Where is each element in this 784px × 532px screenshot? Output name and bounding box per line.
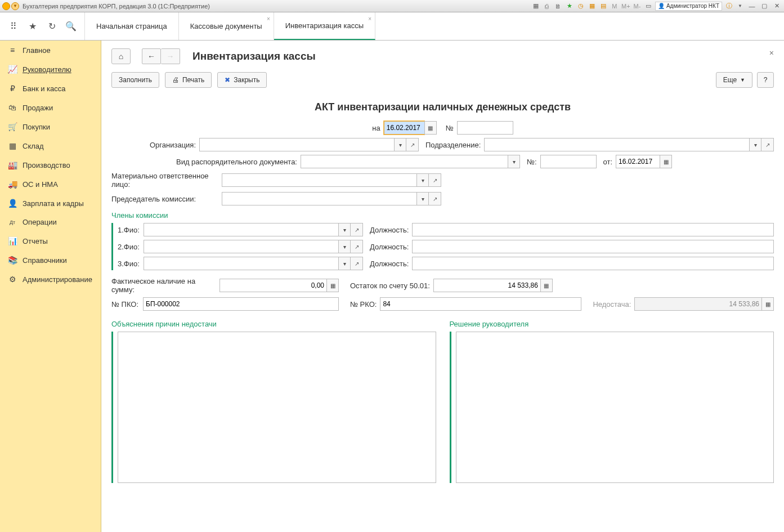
toolbar-icon[interactable]: ▦: [531, 2, 540, 11]
sidebar-item-production[interactable]: 🏭Производство: [0, 155, 101, 175]
info-icon[interactable]: ⓘ: [724, 2, 733, 11]
sidebar-item-refs[interactable]: 📚Справочники: [0, 251, 101, 270]
sidebar-item-assets[interactable]: 🚚ОС и НМА: [0, 175, 101, 194]
star-icon[interactable]: ★: [565, 2, 574, 11]
mem-mplus[interactable]: M+: [621, 2, 630, 11]
home-button[interactable]: ⌂: [111, 48, 131, 64]
sidebar-item-manager[interactable]: 📈Руководителю: [0, 60, 101, 79]
tab-home[interactable]: Начальная страница: [85, 12, 179, 40]
sidebar-item-label: Администрирование: [23, 275, 92, 284]
close-button[interactable]: ✖Закрыть: [217, 72, 267, 88]
tab-cash-docs[interactable]: Кассовые документы ×: [179, 12, 274, 40]
calculator-icon[interactable]: ▦: [540, 279, 553, 292]
open-icon[interactable]: ↗: [351, 240, 363, 253]
help-button[interactable]: ?: [757, 72, 774, 88]
search-icon[interactable]: 🔍: [65, 21, 77, 32]
chevron-down-icon[interactable]: ▾: [508, 155, 520, 168]
explanation-textarea[interactable]: [118, 332, 436, 483]
actual-sum-input[interactable]: [219, 279, 326, 292]
sidebar-item-reports[interactable]: 📊Отчеты: [0, 231, 101, 251]
calendar-picker-icon[interactable]: ▦: [424, 121, 437, 135]
fio1-input[interactable]: [144, 223, 338, 236]
app-menu-dropdown-icon[interactable]: ▼: [11, 2, 19, 10]
window-close[interactable]: ✕: [772, 2, 782, 11]
mem-mminus[interactable]: M-: [633, 2, 642, 11]
calc-icon[interactable]: ▦: [588, 2, 597, 11]
grid-icon: ▦: [8, 141, 17, 150]
button-label: Печать: [182, 76, 204, 84]
chevron-down-icon[interactable]: ▾: [338, 257, 351, 270]
sidebar-item-purchases[interactable]: 🛒Покупки: [0, 117, 101, 136]
label-on-date: на: [372, 124, 380, 132]
sidebar-item-warehouse[interactable]: ▦Склад: [0, 136, 101, 155]
fill-button[interactable]: Заполнить: [111, 72, 159, 88]
chevron-down-icon[interactable]: ▾: [749, 138, 761, 151]
chairman-input[interactable]: [222, 192, 416, 205]
doc-icon[interactable]: 🗎: [554, 2, 563, 11]
open-icon[interactable]: ↗: [351, 223, 363, 236]
dept-input[interactable]: [484, 138, 749, 151]
chevron-down-icon[interactable]: ▾: [416, 173, 429, 187]
fio2-input[interactable]: [144, 240, 338, 253]
clock-icon[interactable]: ◷: [576, 2, 585, 11]
chevron-down-icon[interactable]: ▾: [338, 240, 351, 253]
calendar-icon[interactable]: ▤: [599, 2, 608, 11]
open-icon[interactable]: ↗: [429, 173, 441, 187]
sidebar-item-salary[interactable]: 👤Зарплата и кадры: [0, 194, 101, 213]
window-minimize[interactable]: —: [747, 2, 757, 11]
window-icon[interactable]: ▭: [644, 2, 653, 11]
button-label: Еще: [723, 76, 737, 84]
forward-button[interactable]: →: [161, 48, 180, 64]
favorites-icon[interactable]: ★: [27, 21, 38, 32]
pos1-input[interactable]: [412, 223, 774, 236]
open-icon[interactable]: ↗: [761, 138, 774, 151]
order-date-input[interactable]: [616, 155, 660, 168]
label-position: Должность:: [370, 243, 409, 251]
tab-label: Инвентаризация кассы: [285, 21, 364, 30]
open-icon[interactable]: ↗: [429, 192, 441, 205]
sidebar-item-bank[interactable]: ₽Банк и касса: [0, 79, 101, 98]
org-input[interactable]: [199, 138, 394, 151]
page-close-icon[interactable]: ×: [769, 48, 774, 57]
apps-icon[interactable]: ⠿: [8, 21, 19, 32]
print-button[interactable]: 🖨Печать: [165, 72, 212, 88]
balance-input[interactable]: [433, 279, 540, 292]
pko-input[interactable]: [143, 297, 339, 311]
print-icon[interactable]: ⎙: [543, 2, 552, 11]
user-box[interactable]: 👤 Администратор НКТ: [655, 2, 722, 11]
sidebar-item-sales[interactable]: 🛍Продажи: [0, 98, 101, 117]
open-icon[interactable]: ↗: [406, 138, 419, 151]
chevron-down-icon[interactable]: ▾: [394, 138, 406, 151]
bag-icon: 🛍: [8, 103, 17, 112]
label-position: Должность:: [370, 260, 409, 268]
sidebar-item-main[interactable]: ≡Главное: [0, 41, 101, 60]
order-type-input[interactable]: [301, 155, 508, 168]
back-button[interactable]: ←: [142, 48, 161, 64]
calculator-icon[interactable]: ▦: [326, 279, 339, 292]
dropdown-icon[interactable]: ▼: [736, 2, 745, 11]
pos3-input[interactable]: [412, 257, 774, 270]
fio3-input[interactable]: [144, 257, 338, 270]
history-icon[interactable]: ↻: [46, 21, 57, 32]
open-icon[interactable]: ↗: [351, 257, 363, 270]
calendar-picker-icon[interactable]: ▦: [660, 155, 672, 168]
tab-close-icon[interactable]: ×: [267, 16, 270, 22]
more-button[interactable]: Еще▼: [716, 72, 752, 88]
gear-icon: ⚙: [8, 275, 17, 284]
sidebar-item-operations[interactable]: ДтОперации: [0, 213, 101, 231]
pos2-input[interactable]: [412, 240, 774, 253]
tab-close-icon[interactable]: ×: [368, 16, 371, 22]
sidebar-item-admin[interactable]: ⚙Администрирование: [0, 270, 101, 289]
decision-textarea[interactable]: [456, 332, 774, 483]
mem-m[interactable]: M: [610, 2, 619, 11]
chevron-down-icon[interactable]: ▾: [338, 223, 351, 236]
number-input[interactable]: [457, 121, 513, 135]
resp-person-input[interactable]: [222, 173, 416, 187]
date-input[interactable]: [384, 121, 424, 135]
order-num-input[interactable]: [540, 155, 597, 168]
tab-inventory[interactable]: Инвентаризация кассы ×: [274, 12, 375, 40]
rko-input[interactable]: [380, 297, 581, 311]
window-maximize[interactable]: ▢: [759, 2, 769, 11]
chevron-down-icon[interactable]: ▾: [416, 192, 429, 205]
section-decision: Решение руководителя: [450, 320, 774, 328]
